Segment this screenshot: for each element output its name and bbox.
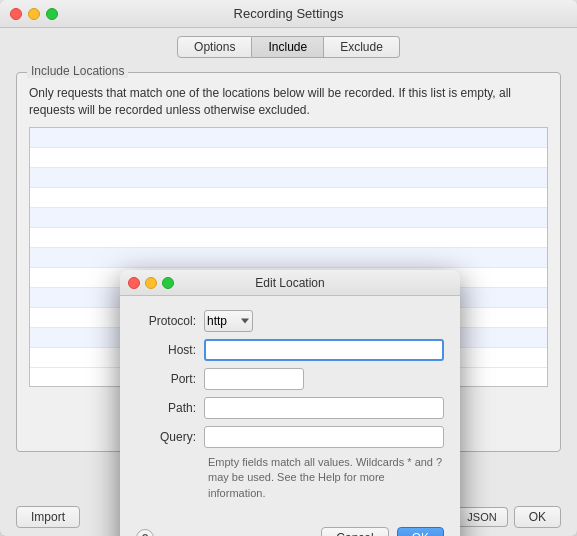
modal-ok-button[interactable]: OK <box>397 527 444 536</box>
modal-close-button[interactable] <box>128 277 140 289</box>
query-label: Query: <box>136 430 204 444</box>
modal-footer-buttons: Cancel OK <box>321 527 444 536</box>
modal-title: Edit Location <box>255 276 324 290</box>
port-row: Port: <box>136 368 444 390</box>
modal-body: Protocol: http https ftp Host: Port: <box>120 296 460 523</box>
modal-traffic-lights <box>128 277 174 289</box>
port-input[interactable] <box>204 368 304 390</box>
host-row: Host: <box>136 339 444 361</box>
modal-overlay: Edit Location Protocol: http https ftp H… <box>0 0 577 536</box>
modal-title-bar: Edit Location <box>120 270 460 296</box>
host-label: Host: <box>136 343 204 357</box>
path-row: Path: <box>136 397 444 419</box>
modal-maximize-button[interactable] <box>162 277 174 289</box>
port-label: Port: <box>136 372 204 386</box>
query-input[interactable] <box>204 426 444 448</box>
modal-help-text: Empty fields match all values. Wildcards… <box>136 455 444 501</box>
help-button[interactable]: ? <box>136 529 154 536</box>
modal-minimize-button[interactable] <box>145 277 157 289</box>
edit-location-modal: Edit Location Protocol: http https ftp H… <box>120 270 460 536</box>
protocol-select-wrap: http https ftp <box>204 310 253 332</box>
protocol-select[interactable]: http https ftp <box>204 310 253 332</box>
host-input[interactable] <box>204 339 444 361</box>
path-input[interactable] <box>204 397 444 419</box>
modal-footer: ? Cancel OK <box>120 523 460 536</box>
protocol-row: Protocol: http https ftp <box>136 310 444 332</box>
cancel-button[interactable]: Cancel <box>321 527 388 536</box>
query-row: Query: <box>136 426 444 448</box>
protocol-label: Protocol: <box>136 314 204 328</box>
path-label: Path: <box>136 401 204 415</box>
